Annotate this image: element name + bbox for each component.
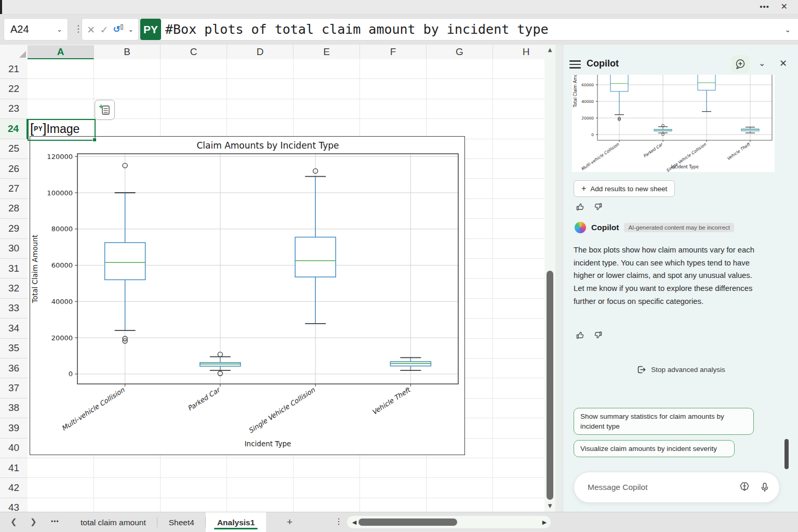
formula-input[interactable]: PY #Box plots of total claim amount by i… <box>140 19 798 40</box>
row-header-34[interactable]: 34 <box>0 318 28 338</box>
select-all-corner[interactable] <box>0 45 28 60</box>
boxplot-chart-mini: 020000400006000080000100000120000Multi-v… <box>572 75 775 172</box>
panel-close-icon[interactable]: ✕ <box>779 58 787 69</box>
sheet-tab-label: Analysis1 <box>217 518 255 527</box>
sheet-nav-left-icon[interactable]: ❮ <box>10 517 17 526</box>
row-header-35[interactable]: 35 <box>0 339 28 358</box>
copilot-message-input[interactable]: Message Copilot <box>574 472 780 503</box>
formula-text[interactable]: #Box plots of total claim amount by inci… <box>161 22 784 37</box>
thumbs-up-icon[interactable] <box>576 202 585 211</box>
sheet-tab-analysis1[interactable]: Analysis1 <box>206 512 266 532</box>
vertical-scroll-thumb[interactable] <box>547 271 553 500</box>
sheet-list-icon[interactable]: ••• <box>51 518 59 525</box>
svg-text:40000: 40000 <box>51 298 73 305</box>
svg-text:60000: 60000 <box>51 261 73 269</box>
python-refresh-icon[interactable]: ↺[] <box>113 24 124 35</box>
sheet-tab-label: total claim amount <box>81 518 146 527</box>
row-header-26[interactable]: 26 <box>0 159 28 179</box>
python-badge: PY <box>140 19 161 40</box>
python-card-insert-icon[interactable] <box>95 100 115 120</box>
boxplot-chart: 020000400006000080000100000120000Multi-v… <box>30 137 464 455</box>
window-close-icon[interactable]: ✕ <box>781 2 788 11</box>
column-header-d[interactable]: D <box>227 45 294 59</box>
column-header-b[interactable]: B <box>94 45 161 59</box>
column-header-f[interactable]: F <box>360 45 427 59</box>
row-header-42[interactable]: 42 <box>0 478 28 498</box>
window-more-icon[interactable]: ••• <box>760 2 769 11</box>
svg-text:100000: 100000 <box>47 189 73 197</box>
row-header-40[interactable]: 40 <box>0 438 28 458</box>
scroll-down-icon[interactable]: ▼ <box>544 503 555 509</box>
svg-text:0: 0 <box>69 370 73 378</box>
svg-text:80000: 80000 <box>51 225 73 233</box>
cancel-icon[interactable]: ✕ <box>87 24 95 35</box>
copilot-message: The box plots show how claim amounts var… <box>574 244 762 308</box>
column-header-c[interactable]: C <box>161 45 227 59</box>
row-header-28[interactable]: 28 <box>0 199 28 219</box>
stop-advanced-analysis-button[interactable]: Stop advanced analysis <box>563 365 798 375</box>
fill-handle[interactable] <box>92 138 97 142</box>
plus-icon: + <box>581 184 586 193</box>
hamburger-menu-icon[interactable] <box>569 60 581 69</box>
new-chat-icon[interactable] <box>732 55 749 73</box>
sheet-tab-sheet4[interactable]: Sheet4 <box>157 512 206 532</box>
svg-text:20000: 20000 <box>581 116 594 121</box>
panel-scroll-thumb[interactable] <box>784 439 789 469</box>
column-header-g[interactable]: G <box>427 45 493 59</box>
row-header-31[interactable]: 31 <box>0 259 28 278</box>
spreadsheet-grid: ABCDEFGH 2122232425262728293031323334353… <box>0 45 563 512</box>
chevron-down-icon[interactable]: ⌄ <box>57 25 68 33</box>
brain-think-icon[interactable] <box>739 482 750 493</box>
row-header-23[interactable]: 23 <box>0 99 28 119</box>
input-placeholder: Message Copilot <box>574 483 739 492</box>
chart-thumbnail[interactable]: 020000400006000080000100000120000Multi-v… <box>572 75 775 172</box>
row-header-37[interactable]: 37 <box>0 378 28 398</box>
microphone-icon[interactable] <box>760 482 770 493</box>
formula-expand-icon[interactable]: ⌄ <box>784 25 798 34</box>
kebab-icon[interactable]: ⋮ <box>335 516 343 526</box>
svg-text:120000: 120000 <box>47 153 73 161</box>
chevron-down-icon[interactable]: ⌄ <box>128 26 134 33</box>
thumbs-down-icon[interactable] <box>593 330 603 340</box>
row-header-29[interactable]: 29 <box>0 219 28 238</box>
sheet-tab-total-claim-amount[interactable]: total claim amount <box>69 512 157 532</box>
copilot-logo-icon <box>575 222 586 233</box>
row-header-24[interactable]: 24 <box>0 119 28 139</box>
feedback-row <box>576 330 603 340</box>
vertical-scrollbar[interactable]: ▲ ▼ <box>544 45 555 512</box>
row-header-22[interactable]: 22 <box>0 79 28 99</box>
row-header-39[interactable]: 39 <box>0 418 28 438</box>
suggestion-chip[interactable]: Show summary statistics for claim amount… <box>574 408 754 435</box>
row-header-36[interactable]: 36 <box>0 358 28 378</box>
name-box[interactable]: A24 ⌄ <box>4 19 68 40</box>
formula-action-group: ✕ ✓ ↺[] ⌄ <box>82 19 138 40</box>
svg-text:Total Claim Amount: Total Claim Amount <box>31 235 39 304</box>
suggestion-chip[interactable]: Visualize claim amounts by incident seve… <box>574 440 735 457</box>
row-header-27[interactable]: 27 <box>0 179 28 198</box>
row-header-25[interactable]: 25 <box>0 139 28 159</box>
add-sheet-icon[interactable]: + <box>287 516 292 528</box>
row-header-21[interactable]: 21 <box>0 59 28 79</box>
ai-disclaimer-badge: AI-generated content may be incorrect <box>624 223 734 232</box>
column-header-a[interactable]: A <box>28 45 94 59</box>
scroll-up-icon[interactable]: ▲ <box>544 47 555 52</box>
kebab-icon[interactable]: ⋮ <box>74 23 83 34</box>
row-header-32[interactable]: 32 <box>0 278 28 298</box>
thumbs-down-icon[interactable] <box>593 202 603 211</box>
row-header-43[interactable]: 43 <box>0 498 28 512</box>
python-chart-image[interactable]: 020000400006000080000100000120000Multi-v… <box>30 136 465 455</box>
scroll-left-icon[interactable]: ◀ <box>349 519 360 526</box>
scroll-right-icon[interactable]: ▶ <box>539 519 550 526</box>
sheet-nav-right-icon[interactable]: ❯ <box>30 517 37 526</box>
thumbs-up-icon[interactable] <box>576 330 585 340</box>
horizontal-scroll-thumb[interactable] <box>358 518 457 526</box>
row-header-30[interactable]: 30 <box>0 239 28 259</box>
row-header-41[interactable]: 41 <box>0 458 28 478</box>
horizontal-scrollbar[interactable]: ◀ ▶ <box>347 516 551 528</box>
row-header-38[interactable]: 38 <box>0 398 28 418</box>
column-header-e[interactable]: E <box>294 45 360 59</box>
add-results-button[interactable]: + Add results to new sheet <box>574 180 675 197</box>
enter-icon[interactable]: ✓ <box>100 24 108 35</box>
row-header-33[interactable]: 33 <box>0 299 28 318</box>
chevron-down-icon[interactable]: ⌄ <box>759 58 765 68</box>
